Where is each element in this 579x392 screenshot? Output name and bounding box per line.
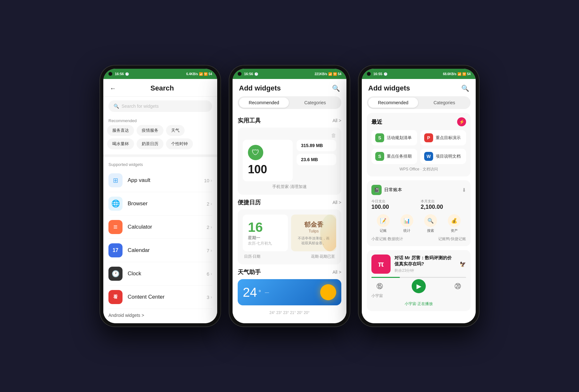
- browser-count: 2: [207, 201, 209, 207]
- quick-action-3[interactable]: 🔍 搜索: [424, 214, 437, 233]
- search-icon: 🔍: [114, 104, 119, 109]
- calendar-name: Calendar: [128, 247, 207, 254]
- tab-recommended-2[interactable]: Recommended: [239, 98, 289, 108]
- clock-name: Clock: [128, 270, 207, 277]
- cleaner-right: 315.89 MB 23.6 MB: [297, 140, 336, 181]
- camera-dot-3: [367, 72, 371, 76]
- android-widgets-link[interactable]: Android widgets >: [103, 309, 217, 322]
- phone-1-content: ← Search 🔍 Search for widgets Recommende…: [103, 79, 217, 323]
- cleaner-card: 🗑 🛡 100 315.89 MB: [238, 128, 341, 195]
- cal-card-flower: 郁金香 Tulips 不语亭亭淡薄妆，画祖双风郁金香。: [291, 215, 336, 251]
- podcast-nav-icon[interactable]: 🦅: [460, 261, 466, 267]
- status-bar-2: 16:56 🕐 221KB/s 📶 🛜 54: [233, 69, 346, 79]
- account-footer-2: 记账鸭·快捷记账: [438, 236, 466, 242]
- action-icon-2: 📊: [401, 214, 413, 227]
- header-search-icon-2[interactable]: 🔍: [332, 84, 340, 92]
- play-button[interactable]: ▶: [412, 279, 426, 293]
- recent-title: 最近: [371, 118, 382, 126]
- cleaner-stat-2: 23.6 MB: [297, 154, 336, 165]
- flower-sub: Tulips: [309, 229, 319, 233]
- amount-label-2: 本月支出: [421, 199, 466, 204]
- app-name-4: 项目说明文档: [436, 153, 461, 159]
- wps-label: WPS Office · 文档访问: [371, 164, 466, 172]
- weather-title: 天气助手: [238, 268, 261, 276]
- app-icon-4: W: [424, 152, 433, 161]
- widgets-scroll-3[interactable]: 最近 ⚡ S 活动规划清单 P 重点目标演示: [362, 109, 476, 323]
- app-item-2[interactable]: P 重点目标演示: [420, 130, 466, 145]
- widgets-scroll-2[interactable]: 实用工具 All > 🗑 🛡 100: [233, 109, 346, 323]
- forward-icon[interactable]: ⑳: [455, 282, 461, 291]
- phone-3-content: Add widgets 🔍 Recommended Categories 最近 …: [362, 79, 476, 323]
- time-1: 16:56: [115, 72, 124, 76]
- tools-all[interactable]: All >: [332, 118, 341, 123]
- weather-desc: —: [265, 290, 316, 295]
- widget-item-clock[interactable]: 🕐 Clock 6 ›: [108, 262, 212, 286]
- tabs-bar-2: Recommended Categories: [238, 96, 341, 109]
- signal-icon-1: 📶: [199, 72, 203, 76]
- supported-label: Supported widgets: [103, 160, 217, 169]
- back-button[interactable]: ←: [110, 85, 116, 92]
- account-footer-1: 小星记账·数据统计: [371, 236, 403, 242]
- app-grid: S 活动规划清单 P 重点目标演示 S 重点任务排期: [371, 130, 466, 164]
- tab-categories-2[interactable]: Categories: [290, 98, 340, 108]
- recent-section: 最近 ⚡ S 活动规划清单 P 重点目标演示: [367, 113, 471, 176]
- calculator-name: Calculator: [128, 224, 207, 230]
- wifi-icon-1: 🛜: [204, 72, 208, 76]
- phone-2-content: Add widgets 🔍 Recommended Categories 实用工…: [233, 79, 346, 323]
- delete-icon[interactable]: 🗑: [331, 133, 336, 138]
- header-search-icon-3[interactable]: 🔍: [461, 84, 469, 92]
- quick-actions: 📝 记账 📊 统计 🔍 搜索: [371, 214, 466, 233]
- widget-item-appvault[interactable]: ⊞ App vault 10 ›: [108, 169, 212, 192]
- widget-item-contentcenter[interactable]: 看 Content Center 3 ›: [108, 286, 212, 309]
- podcast-host: 小宇宙: [371, 293, 466, 299]
- calculator-count: 2: [207, 224, 209, 230]
- amount-block-1: 今日支出 100.00: [371, 199, 417, 210]
- cal-weekday: 星期一: [248, 235, 283, 241]
- tag-item[interactable]: 喝水量杯: [107, 138, 134, 149]
- quick-action-2[interactable]: 📊 统计: [401, 214, 413, 233]
- chevron-icon: ›: [210, 294, 212, 300]
- stat-val-2: 23.6 MB: [301, 157, 332, 162]
- tag-item[interactable]: 天气: [166, 125, 185, 136]
- chevron-icon: ›: [210, 271, 212, 276]
- tags-container: 服务直达 疫情服务 天气 喝水量杯 奶茶日历 个性时钟: [103, 125, 217, 149]
- app-item-1[interactable]: S 活动规划清单: [371, 130, 417, 145]
- tag-item[interactable]: 个性时钟: [166, 138, 193, 149]
- contentcenter-count: 3: [207, 294, 209, 300]
- download-icon[interactable]: ⬇: [462, 187, 466, 193]
- cal-card-date: 16 星期一 农历·七月初九: [243, 215, 288, 251]
- app-item-4[interactable]: W 项目说明文档: [420, 149, 466, 164]
- action-label-1: 记账: [380, 228, 387, 233]
- amount-val-2: 2,100.00: [421, 204, 466, 210]
- app-icon-3: S: [375, 152, 384, 161]
- tools-title: 实用工具: [238, 117, 261, 124]
- account-header: 📓 日常账本 ⬇: [371, 185, 466, 195]
- cleaner-icon: 🛡: [248, 145, 263, 160]
- search-bar[interactable]: 🔍 Search for widgets: [108, 100, 212, 112]
- widget-item-calculator[interactable]: ≡ Calculator 2 ›: [108, 216, 212, 239]
- tab-categories-3[interactable]: Categories: [419, 98, 469, 108]
- widget-item-browser[interactable]: 🌐 Browser 2 ›: [108, 192, 212, 216]
- phone-2: 16:56 🕐 221KB/s 📶 🛜 54 Add widgets 🔍 Rec…: [229, 65, 350, 327]
- quick-action-1[interactable]: 📝 记账: [377, 214, 390, 233]
- weather-all[interactable]: All >: [332, 270, 341, 275]
- widget-item-calendar[interactable]: 17 Calendar 7 ›: [108, 239, 212, 262]
- chevron-icon: ›: [210, 248, 212, 253]
- quick-action-4[interactable]: 💰 资产: [448, 214, 461, 233]
- search-placeholder: Search for widgets: [122, 104, 159, 109]
- app-item-3[interactable]: S 重点任务排期: [371, 149, 417, 164]
- tag-item[interactable]: 服务直达: [107, 125, 134, 136]
- tag-item[interactable]: 疫情服务: [137, 125, 163, 136]
- status-bar-1: 16:56 🕐 6.4KB/s 📶 🛜 54: [103, 69, 217, 79]
- tag-item[interactable]: 奶茶日历: [137, 138, 163, 149]
- cleaner-card-inner: 🛡 100 315.89 MB 23.6 MB: [243, 140, 336, 181]
- calendar-all[interactable]: All >: [332, 200, 341, 205]
- rewind-icon[interactable]: ⑮: [377, 282, 383, 291]
- category-header-calendar: 便捷日历 All >: [238, 199, 341, 206]
- category-header-tools: 实用工具 All >: [238, 117, 341, 124]
- contentcenter-icon: 看: [108, 290, 123, 304]
- chevron-icon: ›: [210, 224, 212, 230]
- tab-recommended-3[interactable]: Recommended: [368, 98, 418, 108]
- camera-dot-1: [108, 72, 112, 76]
- appvault-name: App vault: [128, 177, 204, 184]
